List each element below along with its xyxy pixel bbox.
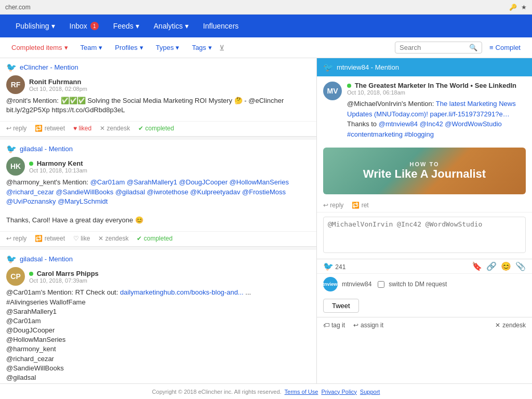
tweet-text: @ronit's Mention: ✅✅✅ Solving the Social… xyxy=(6,96,310,115)
assign-it-action[interactable]: ↩ assign it xyxy=(353,322,383,329)
tweet-header: 🐦 giladsal - Mention xyxy=(0,250,316,267)
url-text: cher.com xyxy=(5,4,31,11)
dm-request-checkbox[interactable] xyxy=(378,281,384,288)
zendesk-icon: ✕ xyxy=(495,322,500,329)
right-panel: 🐦 mtnview84 - Mention MV The Greatest Ma… xyxy=(317,58,532,383)
dm-avatar: mtnview84 xyxy=(323,277,338,291)
zendesk-action[interactable]: ✕ zendesk xyxy=(98,235,128,242)
twitter-icon: 🐦 xyxy=(6,254,17,264)
online-indicator xyxy=(347,84,351,88)
online-indicator xyxy=(29,162,33,166)
attachment-icon[interactable]: 📎 xyxy=(515,261,526,271)
tweet-actions: ↩ reply 🔁 retweet ♥ liked ✕ zendesk ✔ co… xyxy=(0,121,316,136)
bookmark-icon[interactable]: 🔖 xyxy=(472,261,482,271)
twitter-icon: 🐦 xyxy=(6,62,17,72)
reply-action[interactable]: ↩ reply xyxy=(6,235,26,242)
assign-icon: ↩ xyxy=(353,322,358,329)
avatar: CP xyxy=(6,267,25,286)
key-icon: 🔑 xyxy=(509,4,517,11)
filter-icon[interactable]: ⊻ xyxy=(219,44,224,52)
search-input[interactable] xyxy=(400,44,467,51)
reply-input-area xyxy=(317,212,532,259)
address-bar: cher.com 🔑 ★ xyxy=(0,0,532,15)
nav-inbox[interactable]: Inbox 1 xyxy=(62,15,106,37)
dm-row: mtnview84 mtnview84 switch to DM request xyxy=(317,273,532,295)
complete-label: ≡ Complet xyxy=(484,42,526,54)
chevron-down-icon: ▾ xyxy=(185,22,189,30)
right-tweet-text: @MichaelVonIrvin's Mention: The latest M… xyxy=(347,99,526,139)
subnav-completed[interactable]: Completed items ▾ xyxy=(6,42,73,54)
inbox-badge: 1 xyxy=(90,22,99,30)
nav-publishing[interactable]: Publishing ▾ xyxy=(8,15,62,37)
terms-link[interactable]: Terms of Use xyxy=(285,389,318,395)
reply-action[interactable]: ↩ reply xyxy=(6,125,26,132)
twitter-icon: 🐦 xyxy=(6,144,17,154)
nav-analytics[interactable]: Analytics ▾ xyxy=(147,15,196,37)
chevron-down-icon: ▾ xyxy=(51,22,55,30)
chevron-down-icon: ▾ xyxy=(176,44,179,51)
image-main-text: Write Like A Journalist xyxy=(363,167,486,181)
chevron-down-icon: ▾ xyxy=(140,44,143,51)
zendesk-footer-action[interactable]: ✕ zendesk xyxy=(495,322,526,329)
right-tweet-author: MV The Greatest Marketer In The World • … xyxy=(317,76,532,143)
twitter-icon: 🐦 xyxy=(323,62,334,72)
subnav-types[interactable]: Types ▾ xyxy=(151,42,185,54)
avatar: RF xyxy=(6,75,25,94)
tweet-actions: ↩ reply 🔁 retweet ♡ like ✕ zendesk ✔ com… xyxy=(0,231,316,246)
main-content: 🐦 eClincher - Mention RF Ronit Fuhrmann … xyxy=(0,58,532,383)
link-icon[interactable]: 🔗 xyxy=(486,261,497,271)
retweet-action[interactable]: 🔁 retweet xyxy=(35,235,65,242)
chevron-down-icon: ▾ xyxy=(136,22,139,30)
tweet-card: 🐦 giladsal - Mention HK Harmony Kent Oct… xyxy=(0,140,316,247)
tweet-btn-row: Tweet xyxy=(317,295,532,317)
right-reply-action[interactable]: ↩ reply xyxy=(323,202,343,209)
chevron-down-icon: ▾ xyxy=(208,44,212,51)
avatar: MV xyxy=(323,82,342,100)
tweet-text: @harmony_kent's Mention: @Car01am @Sarah… xyxy=(6,178,310,225)
tag-it-action[interactable]: 🏷 tag it xyxy=(323,322,345,329)
tweet-image-preview: HOW TO Write Like A Journalist xyxy=(323,148,526,194)
avatar: HK xyxy=(6,157,25,176)
tag-icon: 🏷 xyxy=(323,322,329,329)
reply-icons-row: 🐦 241 🔖 🔗 😊 📎 xyxy=(317,259,532,273)
tweet-button[interactable]: Tweet xyxy=(323,299,359,313)
tweet-text: @Car01am's Mention: RT Check out: dailym… xyxy=(6,288,310,383)
right-retweet-action[interactable]: 🔁 ret xyxy=(352,202,368,209)
twitter-bird-icon: 🐦 xyxy=(323,262,334,271)
right-tweet-actions: ↩ reply 🔁 ret xyxy=(317,198,532,212)
zendesk-action[interactable]: ✕ zendesk xyxy=(100,125,130,132)
retweet-action[interactable]: 🔁 retweet xyxy=(35,125,65,132)
chevron-down-icon: ▾ xyxy=(99,44,102,51)
reply-textarea[interactable] xyxy=(323,217,526,253)
nav-influencers[interactable]: Influencers xyxy=(196,15,246,37)
completed-action[interactable]: ✔ completed xyxy=(138,125,174,132)
online-indicator xyxy=(29,272,33,276)
user-info: Ronit Fuhrmann Oct 10, 2018, 02:08pm xyxy=(29,78,87,92)
tweet-body: RF Ronit Fuhrmann Oct 10, 2018, 02:08pm … xyxy=(0,75,316,121)
right-footer-actions: 🏷 tag it ↩ assign it ✕ zendesk xyxy=(317,317,532,333)
search-icon: 🔍 xyxy=(469,44,477,51)
main-nav: Publishing ▾ Inbox 1 Feeds ▾ Analytics ▾… xyxy=(0,15,532,37)
subnav-team[interactable]: Team ▾ xyxy=(75,42,108,54)
chevron-down-icon: ▾ xyxy=(64,44,68,51)
search-box: 🔍 xyxy=(395,42,482,54)
user-info: Harmony Kent Oct 10, 2018, 10:13am xyxy=(29,159,87,174)
like-action[interactable]: ♡ like xyxy=(73,235,90,242)
sub-nav: Completed items ▾ Team ▾ Profiles ▾ Type… xyxy=(0,37,532,58)
completed-action[interactable]: ✔ completed xyxy=(137,235,172,242)
tweet-header: 🐦 eClincher - Mention xyxy=(0,58,316,75)
liked-action[interactable]: ♥ liked xyxy=(73,125,91,132)
right-tweet-content: The Greatest Marketer In The World • See… xyxy=(347,82,526,139)
page-footer: Copyright © 2018 eClincher inc. All righ… xyxy=(0,383,532,399)
reply-count: 🐦 241 xyxy=(323,261,345,271)
tweet-card: 🐦 giladsal - Mention CP Carol Marrs Phip… xyxy=(0,250,316,383)
right-panel-header: 🐦 mtnview84 - Mention xyxy=(317,58,532,76)
subnav-tags[interactable]: Tags ▾ xyxy=(187,42,217,54)
privacy-link[interactable]: Privacy Policy xyxy=(321,389,356,395)
tweet-card: 🐦 eClincher - Mention RF Ronit Fuhrmann … xyxy=(0,58,316,137)
nav-feeds[interactable]: Feeds ▾ xyxy=(106,15,147,37)
subnav-profiles[interactable]: Profiles ▾ xyxy=(110,42,148,54)
user-info: Carol Marrs Phipps Oct 10, 2018, 07:39am xyxy=(29,270,99,284)
emoji-icon[interactable]: 😊 xyxy=(501,261,511,271)
support-link[interactable]: Support xyxy=(360,389,380,395)
